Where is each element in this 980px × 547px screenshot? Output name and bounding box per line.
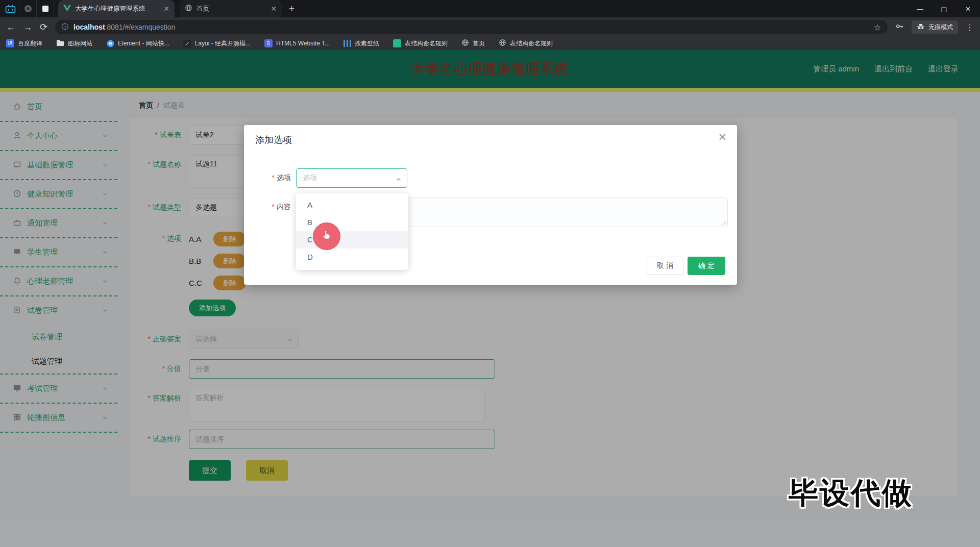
folder-icon xyxy=(56,39,64,47)
green-square-icon xyxy=(393,39,401,47)
bars-icon xyxy=(344,40,351,47)
bookmark-label: HTML5 Website T... xyxy=(276,40,330,47)
tab-close-icon[interactable]: ✕ xyxy=(163,5,169,13)
incognito-icon xyxy=(917,23,925,32)
dialog-option-label: 选项 xyxy=(250,173,291,183)
dialog-title: 添加选项 xyxy=(255,134,292,146)
back-icon[interactable]: ← xyxy=(6,22,15,32)
bookmark-label: 搜素壁纸 xyxy=(355,39,379,48)
browser-tab-bar: 大学生心理健康管理系统 ✕ 首页 ✕ + — ▢ ✕ xyxy=(0,0,980,17)
pinned-tab-tv-icon[interactable] xyxy=(2,0,19,17)
cursor-click-indicator xyxy=(313,222,340,250)
globe-icon xyxy=(185,4,192,13)
browser-toolbar: ← → ⟳ ⓘ localhost:8081/#/examquestion ☆ … xyxy=(0,17,980,37)
bookmark-item[interactable]: 首页 xyxy=(461,39,485,48)
site-info-icon[interactable]: ⓘ xyxy=(62,22,68,32)
key-icon[interactable] xyxy=(895,22,904,33)
url-text[interactable]: localhost:8081/#/examquestion xyxy=(74,23,175,31)
bookmark-label: 表结构命名规则 xyxy=(405,39,448,48)
bookmark-label: Layui - 经典开源模... xyxy=(195,39,251,48)
bookmark-label: 表结构命名规则 xyxy=(510,39,553,48)
bookmark-item[interactable]: 表结构命名规则 xyxy=(499,39,553,48)
bookmarks-bar: 译百度翻译 图标网站 Element - 网站快... Layui - 经典开源… xyxy=(0,37,980,50)
web-page: 大学生心理健康管理系统 管理员 admin 退出到前台 退出登录 首页 个人中心… xyxy=(0,50,980,547)
globe-icon xyxy=(499,39,506,48)
hand-cursor-icon xyxy=(320,229,333,244)
dialog-option-select[interactable]: 选项 xyxy=(296,168,407,188)
bookmark-item[interactable]: 译百度翻译 xyxy=(6,39,42,48)
maximize-button[interactable]: ▢ xyxy=(932,0,956,17)
address-bar[interactable]: ⓘ localhost:8081/#/examquestion ☆ xyxy=(55,20,888,34)
pinned-tab-square-icon[interactable] xyxy=(37,0,54,17)
translate-icon: 译 xyxy=(6,39,14,47)
url-path: :8081/#/examquestion xyxy=(105,23,176,31)
dropdown-item-a[interactable]: A xyxy=(296,196,408,214)
bookmark-label: 图标网站 xyxy=(68,39,92,48)
url-host: localhost xyxy=(74,23,105,31)
minimize-button[interactable]: — xyxy=(908,0,932,17)
browser-menu-icon[interactable]: ⋮ xyxy=(966,22,974,32)
option-dropdown: A B C D xyxy=(296,193,408,270)
dialog-close-icon[interactable]: ✕ xyxy=(718,131,727,143)
layui-icon xyxy=(183,39,191,47)
element-icon xyxy=(106,39,114,47)
incognito-label: 无痕模式 xyxy=(928,23,953,32)
tab-inactive[interactable]: 首页 ✕ xyxy=(180,0,282,17)
bookmark-item[interactable]: 5HTML5 Website T... xyxy=(264,39,330,47)
chevron-up-icon xyxy=(396,176,402,185)
bookmark-item[interactable]: Element - 网站快... xyxy=(106,39,169,48)
globe-icon xyxy=(461,39,469,48)
bookmark-item[interactable]: 表结构命名规则 xyxy=(393,39,448,48)
dropdown-item-b[interactable]: B xyxy=(296,214,408,231)
tab-title: 首页 xyxy=(197,5,266,13)
dialog-cancel-button[interactable]: 取 消 xyxy=(647,257,683,275)
dialog-content-label: 内容 xyxy=(250,203,291,212)
tab-active[interactable]: 大学生心理健康管理系统 ✕ xyxy=(58,0,175,17)
bookmark-item[interactable]: 搜素壁纸 xyxy=(344,39,379,48)
incognito-badge: 无痕模式 xyxy=(912,20,958,34)
bookmark-label: Element - 网站快... xyxy=(118,39,169,48)
tab-close-icon[interactable]: ✕ xyxy=(271,5,277,13)
watermark-text: 毕设代做 xyxy=(789,474,913,513)
dropdown-item-d[interactable]: D xyxy=(296,248,408,266)
pinned-tabs xyxy=(0,0,56,17)
tab-title: 大学生心理健康管理系统 xyxy=(75,5,159,13)
new-tab-button[interactable]: + xyxy=(289,3,295,14)
dialog-confirm-button[interactable]: 确 定 xyxy=(688,257,725,275)
bookmark-star-icon[interactable]: ☆ xyxy=(874,22,881,32)
vue-logo-icon xyxy=(63,5,71,13)
reload-icon[interactable]: ⟳ xyxy=(40,22,47,32)
pinned-tab-circle-icon[interactable] xyxy=(19,0,37,17)
bookmark-label: 首页 xyxy=(473,39,485,48)
html5-icon: 5 xyxy=(264,39,273,47)
bookmark-label: 百度翻译 xyxy=(18,39,42,48)
bookmark-item[interactable]: 图标网站 xyxy=(56,39,92,48)
bookmark-item[interactable]: Layui - 经典开源模... xyxy=(183,39,251,48)
window-controls: — ▢ ✕ xyxy=(908,0,980,17)
forward-icon[interactable]: → xyxy=(23,22,32,32)
close-button[interactable]: ✕ xyxy=(956,0,980,17)
